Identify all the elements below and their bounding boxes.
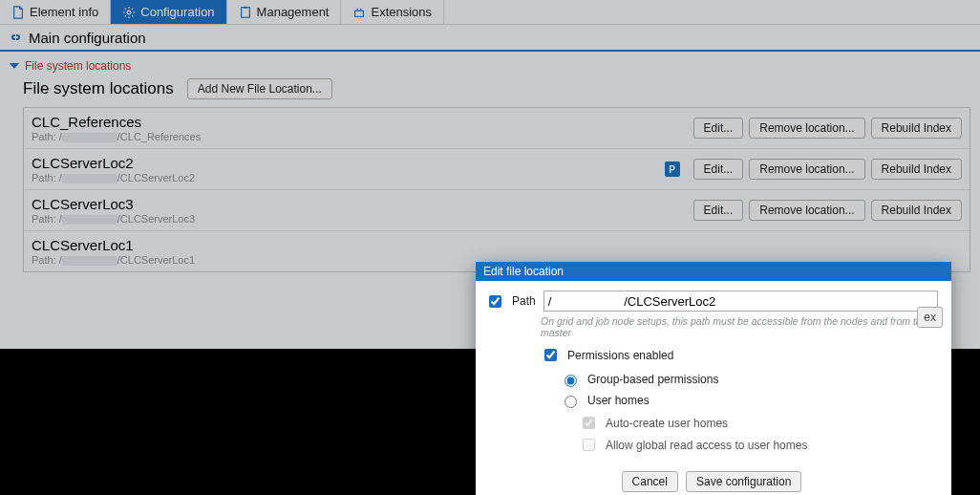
link-icon [8,30,23,45]
remove-button[interactable]: Remove location... [749,118,864,139]
group-based-label: Group-based permissions [587,373,718,386]
save-configuration-button[interactable]: Save configuration [686,471,801,492]
location-row: CLC_ReferencesPath: /xxxx/CLC_References… [24,108,969,149]
tab-extensions[interactable]: Extensions [341,0,444,24]
location-row: CLCServerLoc3Path: /xxxx/CLCServerLoc3Ed… [24,190,969,231]
tab-label: Configuration [140,5,214,19]
permissions-enabled-checkbox[interactable] [544,349,557,361]
location-path: Path: /xxxx/CLC_References [32,131,686,142]
svg-point-0 [127,11,131,14]
permissions-badge: P [665,161,680,177]
location-name: CLCServerLoc2 [32,155,657,171]
tab-element-info[interactable]: Element info [0,0,111,24]
svg-rect-1 [241,7,249,17]
path-enabled-checkbox[interactable] [489,295,501,308]
tab-label: Element info [30,5,98,19]
edit-button[interactable]: Edit... [693,200,744,221]
subheader-title: Main configuration [29,30,146,46]
auto-create-label: Auto-create user homes [606,417,728,430]
tab-label: Management [257,5,330,19]
location-name: CLCServerLoc3 [32,196,686,212]
obscured-button[interactable]: ex [917,307,943,328]
location-row: CLCServerLoc2Path: /xxxx/CLCServerLoc2PE… [24,149,969,190]
remove-button[interactable]: Remove location... [749,200,864,221]
collapser-label: File system locations [25,59,131,73]
cancel-button[interactable]: Cancel [622,471,678,492]
tab-configuration[interactable]: Configuration [111,0,226,24]
path-input[interactable] [543,291,938,312]
remove-button[interactable]: Remove location... [749,159,864,180]
edit-button[interactable]: Edit... [693,118,744,139]
location-name: CLC_References [32,114,686,130]
edit-button[interactable]: Edit... [693,159,744,180]
svg-rect-3 [355,11,364,16]
plugin-icon [352,6,366,19]
rebuild-button[interactable]: Rebuild Index [871,159,962,180]
section-collapser[interactable]: File system locations [10,59,970,73]
locations-list: CLC_ReferencesPath: /xxxx/CLC_References… [23,107,970,272]
user-homes-radio[interactable] [565,396,577,408]
tab-bar: Element info Configuration Management Ex… [0,0,980,25]
tab-label: Extensions [371,5,432,19]
clipboard-icon [239,6,252,19]
auto-create-checkbox [583,417,595,429]
subheader: Main configuration [0,25,980,52]
location-path: Path: /xxxx/CLCServerLoc2 [32,172,657,183]
path-label: Path [512,294,536,308]
location-name: CLCServerLoc1 [32,237,954,253]
tab-management[interactable]: Management [227,0,342,24]
user-homes-label: User homes [587,394,650,407]
add-file-location-button[interactable]: Add New File Location... [187,78,332,99]
allow-global-checkbox [583,439,595,451]
rebuild-button[interactable]: Rebuild Index [871,118,962,139]
path-hint: On grid and job node setups, this path m… [541,315,938,338]
group-based-radio[interactable] [565,375,577,387]
rebuild-button[interactable]: Rebuild Index [871,200,962,221]
allow-global-label: Allow global read access to user homes [606,439,807,452]
permissions-enabled-label: Permissions enabled [567,349,673,362]
section-title: File system locations [23,79,174,98]
edit-file-location-dialog: Edit file location Path On grid and job … [476,262,951,495]
svg-rect-2 [244,6,247,8]
location-path: Path: /xxxx/CLCServerLoc3 [32,213,686,225]
gear-icon [122,6,136,19]
chevron-down-icon [10,63,19,69]
dialog-title: Edit file location [476,262,951,281]
page-icon [11,6,25,19]
